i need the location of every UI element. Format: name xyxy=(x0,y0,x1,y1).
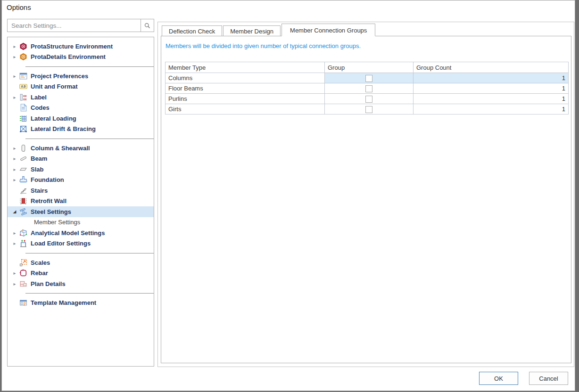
expand-arrow-icon[interactable]: ▸ xyxy=(11,146,18,151)
tab-member-design[interactable]: Member Design xyxy=(223,25,281,36)
sidebar-item-member-settings[interactable]: Member Settings xyxy=(8,217,154,228)
lateral-drift-bracing-icon xyxy=(19,125,27,133)
member-type-cell: Columns xyxy=(165,73,325,83)
sidebar-item-stairs[interactable]: Stairs xyxy=(8,185,154,196)
group-count-cell[interactable]: 1 xyxy=(414,104,569,114)
search-input[interactable] xyxy=(8,19,141,32)
ok-button[interactable]: OK xyxy=(479,372,518,385)
expand-arrow-icon[interactable]: ▸ xyxy=(11,177,18,182)
expand-arrow-icon[interactable]: ▸ xyxy=(11,241,18,246)
column-shearwall-icon xyxy=(19,144,27,152)
group-count-cell[interactable]: 1 xyxy=(414,94,569,104)
sidebar-item-lateral-loading[interactable]: Lateral Loading xyxy=(8,113,154,124)
expand-arrow-icon[interactable]: ▸ xyxy=(11,270,18,276)
expand-arrow-icon[interactable]: ▸ xyxy=(11,167,18,172)
sidebar-item-column-shearwall[interactable]: ▸Column & Shearwall xyxy=(8,143,154,154)
tab-page-member-connection-groups: Members will be divided into given numbe… xyxy=(161,36,571,363)
column-header-group-count[interactable]: Group Count xyxy=(414,62,569,73)
group-count-cell[interactable]: 1 xyxy=(414,73,569,83)
sidebar-item-protadetails-environment[interactable]: ▸ProtaDetails Environment xyxy=(8,52,154,63)
expand-arrow-icon[interactable]: ▸ xyxy=(11,54,18,59)
expand-arrow-icon[interactable]: ▸ xyxy=(11,230,18,236)
sidebar-item-retrofit-wall[interactable]: Retrofit Wall xyxy=(8,196,154,207)
table-row-columns[interactable]: Columns1 xyxy=(165,73,569,83)
sidebar-item-plan-details[interactable]: ▸Plan Details xyxy=(8,278,154,289)
member-connection-groups-table: Member TypeGroupGroup Count Columns1Floo… xyxy=(165,62,569,114)
sidebar-item-rebar[interactable]: ▸Rebar xyxy=(8,268,154,279)
sidebar-item-label[interactable]: ▸xxxxLabel xyxy=(8,92,154,103)
sidebar-item-label: Rebar xyxy=(31,270,48,277)
sidebar-item-label: Plan Details xyxy=(31,280,66,287)
table-row-floor-beams[interactable]: Floor Beams1 xyxy=(165,83,569,94)
member-type-cell: Purlins xyxy=(165,94,325,104)
settings-tree: ▸ProtaStructure Environment▸ProtaDetails… xyxy=(7,37,154,367)
project-preferences-icon xyxy=(19,72,27,80)
options-dialog: Options ▸ProtaStructure Environment▸Prot… xyxy=(1,0,575,391)
lateral-loading-icon xyxy=(19,114,27,122)
stairs-icon xyxy=(19,187,27,195)
sidebar-item-scales[interactable]: Scales xyxy=(8,257,154,268)
sidebar-item-project-preferences[interactable]: ▸Project Preferences xyxy=(8,71,154,82)
sidebar-item-label: Column & Shearwall xyxy=(31,145,90,152)
search-settings-box xyxy=(7,19,154,32)
sidebar-item-label: Unit and Format xyxy=(31,83,78,90)
table-row-purlins[interactable]: Purlins1 xyxy=(165,94,569,104)
collapse-arrow-icon[interactable]: ◢ xyxy=(11,209,18,214)
group-checkbox[interactable] xyxy=(365,106,372,113)
analytical-model-icon xyxy=(19,229,27,237)
sidebar-item-template-management[interactable]: Template Management xyxy=(8,298,154,309)
sidebar-item-label: ProtaDetails Environment xyxy=(31,53,106,60)
group-count-cell[interactable]: 1 xyxy=(414,83,569,94)
expand-arrow-icon[interactable]: ▸ xyxy=(11,74,18,79)
svg-text:#.0: #.0 xyxy=(21,85,26,88)
sidebar-item-beam[interactable]: ▸Beam xyxy=(8,154,154,164)
table-row-girts[interactable]: Girts1 xyxy=(165,104,569,114)
group-checkbox[interactable] xyxy=(365,75,372,82)
tree-separator xyxy=(8,62,154,71)
tab-member-connection-groups[interactable]: Member Connection Groups xyxy=(281,24,375,36)
search-icon[interactable] xyxy=(141,19,154,32)
sidebar-item-steel-settings[interactable]: ◢Steel Settings xyxy=(8,206,154,217)
info-note: Members will be divided into given numbe… xyxy=(165,42,361,49)
cancel-button[interactable]: Cancel xyxy=(529,372,568,385)
svg-text:xx: xx xyxy=(23,94,27,98)
tab-deflection-check[interactable]: Deflection Check xyxy=(162,25,222,36)
sidebar-item-label: Template Management xyxy=(31,299,96,306)
expand-arrow-icon[interactable]: ▸ xyxy=(11,281,18,286)
retrofit-wall-icon xyxy=(19,197,27,205)
sidebar-item-label: Analytical Model Settings xyxy=(31,229,105,237)
sidebar-item-analytical-model-settings[interactable]: ▸Analytical Model Settings xyxy=(8,228,154,238)
sidebar-item-slab[interactable]: ▸Slab xyxy=(8,164,154,175)
sidebar-item-codes[interactable]: Codes xyxy=(8,103,154,114)
protadetails-icon xyxy=(19,53,27,61)
column-header-member-type[interactable]: Member Type xyxy=(165,62,325,73)
scales-icon xyxy=(19,259,27,267)
expand-arrow-icon[interactable]: ▸ xyxy=(11,44,18,49)
tree-separator xyxy=(8,249,154,257)
expand-arrow-icon[interactable]: ▸ xyxy=(11,156,18,161)
sidebar-item-label: Steel Settings xyxy=(31,208,71,215)
sidebar-item-label: Load Editor Settings xyxy=(31,240,91,247)
sidebar-item-label: Foundation xyxy=(31,176,64,183)
group-cell xyxy=(325,83,414,94)
template-management-icon xyxy=(19,299,27,307)
sidebar-item-label: Lateral Drift & Bracing xyxy=(31,125,96,132)
group-checkbox[interactable] xyxy=(365,96,372,103)
sidebar-item-foundation[interactable]: ▸Foundation xyxy=(8,175,154,186)
sidebar-item-unit-and-format[interactable]: #.0Unit and Format xyxy=(8,82,154,92)
sidebar-item-label: Member Settings xyxy=(34,219,80,226)
sidebar-item-lateral-drift-bracing[interactable]: Lateral Drift & Bracing xyxy=(8,124,154,135)
sidebar-item-load-editor-settings[interactable]: ▸Load Editor Settings xyxy=(8,238,154,249)
tree-separator xyxy=(8,134,154,143)
sidebar-item-label: Scales xyxy=(31,259,50,266)
expand-arrow-icon[interactable]: ▸ xyxy=(11,95,18,100)
group-cell xyxy=(325,104,414,114)
member-type-cell: Floor Beams xyxy=(165,83,325,94)
column-header-group[interactable]: Group xyxy=(325,62,414,73)
sidebar-item-label: Label xyxy=(31,94,47,101)
tab-strip: Deflection CheckMember DesignMember Conn… xyxy=(162,24,375,36)
foundation-icon xyxy=(19,176,27,184)
svg-text:xx: xx xyxy=(23,98,27,101)
group-checkbox[interactable] xyxy=(365,85,372,92)
sidebar-item-protastructure-environment[interactable]: ▸ProtaStructure Environment xyxy=(8,41,154,52)
